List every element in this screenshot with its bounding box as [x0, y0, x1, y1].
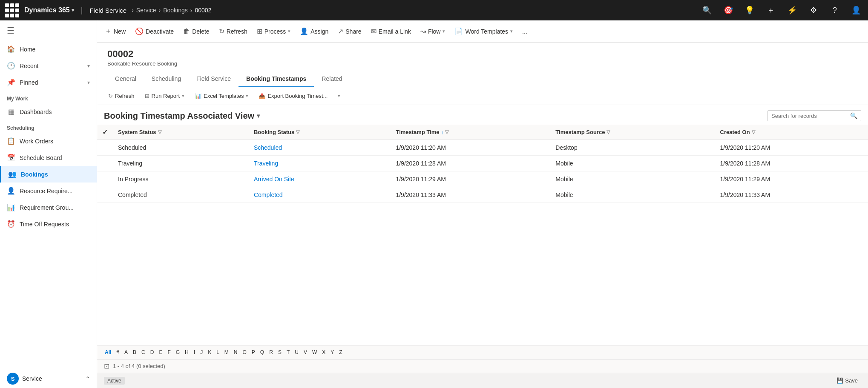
save-button[interactable]: 💾 Save: [833, 376, 861, 385]
alpha-letter-r[interactable]: R: [267, 348, 276, 357]
row-checkbox-0[interactable]: [97, 140, 113, 156]
delete-button[interactable]: 🗑 Delete: [179, 25, 213, 38]
row-booking-status-2[interactable]: Arrived On Site: [249, 171, 391, 187]
search-input[interactable]: [771, 113, 848, 119]
alpha-letter-p[interactable]: P: [249, 348, 258, 357]
created-on-filter-icon[interactable]: ▽: [752, 129, 755, 135]
alpha-letter-s[interactable]: S: [276, 348, 284, 357]
tab-related[interactable]: Related: [314, 71, 350, 87]
row-checkbox-2[interactable]: [97, 171, 113, 187]
alpha-letter-l[interactable]: L: [214, 348, 222, 357]
filter-icon-btn[interactable]: ⚡: [785, 3, 799, 17]
row-checkbox-3[interactable]: [97, 187, 113, 203]
timestamp-sort-icon[interactable]: ↑: [441, 130, 444, 135]
help-icon-btn[interactable]: ?: [828, 3, 842, 17]
recent-icon-btn[interactable]: 🎯: [721, 3, 735, 17]
sidebar-item-schedule-board[interactable]: 📅 Schedule Board: [0, 149, 97, 166]
select-all-icon[interactable]: ✓: [102, 128, 108, 136]
timestamp-filter-icon[interactable]: ▽: [445, 129, 448, 135]
alpha-letter-x[interactable]: X: [319, 348, 328, 357]
alpha-letter-i[interactable]: I: [191, 348, 198, 357]
breadcrumb-bookings[interactable]: Bookings: [163, 7, 188, 14]
sidebar-item-recent[interactable]: 🕐 Recent ▾: [0, 57, 97, 74]
alpha-letter-k[interactable]: K: [205, 348, 214, 357]
new-button[interactable]: ＋ New: [101, 24, 130, 38]
new-record-btn[interactable]: ＋: [764, 3, 778, 17]
table-row[interactable]: Completed Completed 1/9/2020 11:33 AM Mo…: [97, 187, 868, 203]
search-box[interactable]: 🔍: [767, 110, 861, 121]
alpha-letter-q[interactable]: Q: [258, 348, 267, 357]
sidebar-item-dashboards[interactable]: ▦ Dashboards: [0, 103, 97, 120]
alpha-letter-b[interactable]: B: [130, 348, 139, 357]
row-booking-status-0[interactable]: Scheduled: [249, 140, 391, 156]
process-button[interactable]: ⊞ Process ▾: [253, 25, 295, 38]
assign-button[interactable]: 👤 Assign: [296, 25, 333, 38]
sidebar-item-home[interactable]: 🏠 Home: [0, 41, 97, 57]
sidebar-item-time-off[interactable]: ⏰ Time Off Requests: [0, 216, 97, 232]
sidebar-item-bookings[interactable]: 👥 Bookings: [0, 166, 97, 183]
alpha-letter-f[interactable]: F: [165, 348, 173, 357]
alpha-letter-all[interactable]: All: [102, 348, 114, 357]
brand-logo[interactable]: Dynamics 365 ▾: [24, 6, 74, 14]
row-timestamp-time-2: 1/9/2020 11:29 AM: [391, 171, 550, 187]
alpha-letter-w[interactable]: W: [310, 348, 319, 357]
row-booking-status-1[interactable]: Traveling: [249, 156, 391, 171]
tab-field-service[interactable]: Field Service: [189, 71, 239, 87]
row-booking-status-3[interactable]: Completed: [249, 187, 391, 203]
search-icon-btn[interactable]: 🔍: [700, 3, 714, 17]
breadcrumb-service[interactable]: Service: [136, 7, 156, 14]
flow-button[interactable]: ↝ Flow ▾: [416, 25, 450, 38]
table-row[interactable]: Scheduled Scheduled 1/9/2020 11:20 AM De…: [97, 140, 868, 156]
refresh-button[interactable]: ↻ Refresh: [215, 25, 252, 38]
deactivate-button[interactable]: 🚫 Deactivate: [131, 25, 178, 38]
alpha-letter-o[interactable]: O: [240, 348, 249, 357]
excel-templates-button[interactable]: 📊 Excel Templates ▾: [190, 91, 253, 101]
alpha-letter-m[interactable]: M: [222, 348, 231, 357]
settings-icon-btn[interactable]: ⚙: [807, 3, 820, 17]
alpha-letter-z[interactable]: Z: [336, 348, 345, 357]
tab-scheduling[interactable]: Scheduling: [144, 71, 189, 87]
sidebar-item-work-orders[interactable]: 📋 Work Orders: [0, 133, 97, 149]
row-checkbox-1[interactable]: [97, 156, 113, 171]
sidebar-service-section[interactable]: S Service ⌃: [0, 369, 97, 388]
sidebar-item-resource-req[interactable]: 👤 Resource Require...: [0, 183, 97, 199]
table-row[interactable]: Traveling Traveling 1/9/2020 11:28 AM Mo…: [97, 156, 868, 171]
more-button[interactable]: ...: [518, 26, 532, 37]
alpha-letter-a[interactable]: A: [122, 348, 130, 357]
view-title[interactable]: Booking Timestamp Associated View ▾: [104, 111, 260, 121]
what-new-icon-btn[interactable]: 💡: [743, 3, 756, 17]
user-icon-btn[interactable]: 👤: [849, 3, 863, 17]
alpha-letter-u[interactable]: U: [292, 348, 301, 357]
alpha-letter-v[interactable]: V: [301, 348, 310, 357]
select-all-header[interactable]: ✓: [97, 125, 113, 140]
booking-status-filter-icon[interactable]: ▽: [296, 129, 299, 135]
alpha-letter-#[interactable]: #: [114, 348, 122, 357]
sidebar-item-req-groups[interactable]: 📊 Requirement Grou...: [0, 199, 97, 216]
inner-refresh-button[interactable]: ↻ Refresh: [104, 91, 139, 101]
app-grid-icon[interactable]: [5, 3, 19, 17]
alpha-letter-e[interactable]: E: [156, 348, 165, 357]
export-dropdown-btn[interactable]: ▾: [333, 91, 345, 101]
sidebar-item-pinned[interactable]: 📌 Pinned ▾: [0, 74, 97, 91]
alpha-letter-t[interactable]: T: [284, 348, 292, 357]
sidebar-toggle[interactable]: ☰: [0, 20, 97, 41]
alpha-letter-h[interactable]: H: [182, 348, 191, 357]
timestamp-source-filter-icon[interactable]: ▽: [606, 129, 610, 135]
word-templates-button[interactable]: 📄 Word Templates ▾: [450, 25, 517, 38]
alpha-letter-c[interactable]: C: [139, 348, 148, 357]
tab-general[interactable]: General: [107, 71, 144, 87]
email-link-button[interactable]: ✉ Email a Link: [367, 25, 415, 38]
alpha-letter-y[interactable]: Y: [328, 348, 336, 357]
run-report-button[interactable]: ⊞ Run Report ▾: [141, 91, 189, 101]
footer-nav-icon[interactable]: ⊡: [104, 362, 109, 370]
export-booking-button[interactable]: 📤 Export Booking Timest...: [254, 91, 332, 101]
system-status-filter-icon[interactable]: ▽: [158, 129, 161, 135]
tab-booking-timestamps[interactable]: Booking Timestamps: [239, 71, 314, 87]
table-row[interactable]: In Progress Arrived On Site 1/9/2020 11:…: [97, 171, 868, 187]
alpha-letter-g[interactable]: G: [173, 348, 182, 357]
alpha-letter-d[interactable]: D: [148, 348, 157, 357]
alpha-letter-n[interactable]: N: [231, 348, 240, 357]
alpha-letter-j[interactable]: J: [198, 348, 205, 357]
brand-chevron[interactable]: ▾: [72, 7, 74, 13]
share-button[interactable]: ↗ Share: [333, 25, 365, 38]
